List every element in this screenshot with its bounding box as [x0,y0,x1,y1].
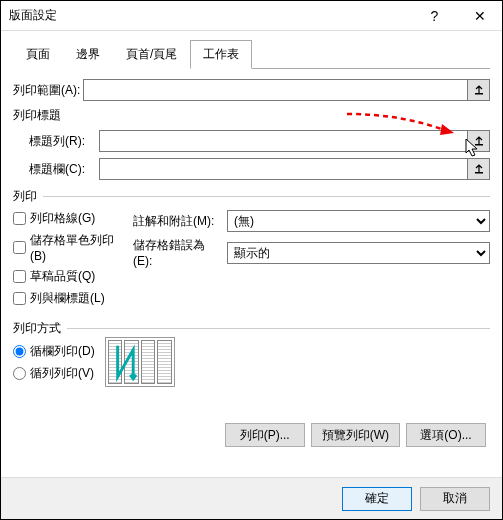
rowcol-checkbox[interactable] [13,292,26,305]
print-area-label: 列印範圍(A): [13,82,83,99]
svg-rect-2 [475,172,483,174]
print-button[interactable]: 列印(P)... [225,423,305,447]
svg-rect-0 [475,93,483,95]
page-order-icon [105,337,175,387]
close-button[interactable]: ✕ [457,1,502,30]
svg-rect-1 [475,144,483,146]
ok-button[interactable]: 確定 [342,487,412,511]
title-rows-ref-button[interactable] [468,130,490,152]
title-cols-label: 標題欄(C): [29,161,99,178]
titlebar: 版面設定 ? ✕ [1,1,502,31]
order-section-legend: 列印方式 [13,320,67,337]
comments-label: 註解和附註(M): [133,213,219,230]
title-rows-input[interactable] [99,130,468,152]
draft-checkbox[interactable] [13,270,26,283]
draft-label: 草稿品質(Q) [30,268,95,285]
gridlines-checkbox[interactable] [13,212,26,225]
errors-select[interactable]: 顯示的 [227,242,490,264]
window-title: 版面設定 [9,7,412,24]
title-rows-label: 標題列(R): [29,133,99,150]
tab-sheet[interactable]: 工作表 [190,40,252,69]
down-over-label: 循欄列印(D) [30,343,95,360]
options-button[interactable]: 選項(O)... [406,423,486,447]
comments-select[interactable]: (無) [227,210,490,232]
tab-bar: 頁面 邊界 頁首/頁尾 工作表 [13,39,490,69]
cancel-button[interactable]: 取消 [420,487,490,511]
bw-checkbox[interactable] [13,241,26,254]
print-titles-header: 列印標題 [13,107,490,124]
rowcol-label: 列與欄標題(L) [30,290,105,307]
print-area-input[interactable] [83,79,468,101]
bw-label: 儲存格單色列印(B) [30,232,123,263]
title-cols-ref-button[interactable] [468,158,490,180]
print-section-legend: 列印 [13,188,43,205]
errors-label: 儲存格錯誤為(E): [133,237,219,268]
down-over-radio[interactable] [13,345,26,358]
preview-button[interactable]: 預覽列印(W) [311,423,400,447]
gridlines-label: 列印格線(G) [30,210,95,227]
tab-headerfooter[interactable]: 頁首/頁尾 [113,40,190,69]
title-cols-input[interactable] [99,158,468,180]
print-area-ref-button[interactable] [468,79,490,101]
over-down-radio[interactable] [13,367,26,380]
tab-margins[interactable]: 邊界 [63,40,113,69]
help-button[interactable]: ? [412,1,457,30]
tab-page[interactable]: 頁面 [13,40,63,69]
dialog-footer: 確定 取消 [1,477,502,519]
over-down-label: 循列列印(V) [30,365,94,382]
